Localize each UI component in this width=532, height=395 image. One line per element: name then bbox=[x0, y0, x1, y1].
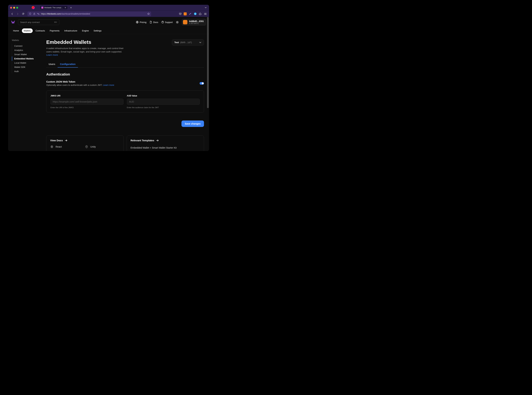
aud-value-label: AUD Value bbox=[127, 95, 200, 97]
lock-icon bbox=[33, 12, 36, 15]
url-bar[interactable]: https://thirdweb.com/dashboard/wallets/e… bbox=[28, 11, 151, 16]
account-balance: 0.383 MATIC bbox=[189, 22, 204, 24]
forward-button[interactable] bbox=[16, 12, 20, 16]
project-name: Test bbox=[174, 41, 179, 44]
toggle-thumb bbox=[202, 82, 204, 84]
view-docs-header[interactable]: View Docs bbox=[50, 139, 120, 142]
metamask-extension-icon[interactable] bbox=[184, 12, 187, 15]
tab-configuration[interactable]: Configuration bbox=[58, 61, 78, 67]
browser-window: thirdweb: The complete web3 d ✕ ＋ bbox=[8, 5, 209, 151]
svg-point-8 bbox=[51, 146, 52, 147]
browser-tabs: thirdweb: The complete web3 d ✕ ＋ bbox=[40, 5, 73, 10]
jwks-uri-help: Enter the URI of the JWKS bbox=[50, 106, 123, 109]
jwt-learn-more-link[interactable]: Learn more bbox=[103, 84, 114, 86]
svg-rect-1 bbox=[37, 13, 38, 14]
docs-unity[interactable]: Unity bbox=[85, 145, 120, 148]
extension-icon[interactable] bbox=[188, 12, 192, 16]
firefox-icon bbox=[32, 6, 35, 9]
browser-tab[interactable]: thirdweb: The complete web3 d ✕ bbox=[40, 5, 68, 10]
theme-toggle-button[interactable] bbox=[176, 21, 179, 24]
nav-wallets[interactable]: Wallets bbox=[22, 28, 33, 33]
titlebar: thirdweb: The complete web3 d ✕ ＋ bbox=[8, 5, 209, 11]
tab-favicon-icon bbox=[41, 7, 43, 9]
app-content: Search any contract ⌘K Pricing Docs Supp… bbox=[8, 17, 209, 151]
sidebar-item-smart-wallet[interactable]: Smart Wallet bbox=[12, 52, 41, 56]
url-text: https://thirdweb.com/dashboard/wallets/e… bbox=[41, 12, 90, 15]
sidebar-item-analytics[interactable]: Analytics bbox=[12, 48, 41, 52]
search-placeholder: Search any contract bbox=[20, 21, 40, 23]
bookmark-star-icon[interactable] bbox=[147, 12, 150, 15]
save-changes-button[interactable]: Save changes bbox=[181, 121, 204, 127]
jwt-row-title: Custom JSON Web Token bbox=[46, 80, 114, 83]
sidebar: Wallets Connect Analytics Smart Wallet E… bbox=[8, 34, 41, 151]
sidebar-item-wallet-sdk[interactable]: Wallet SDK bbox=[12, 65, 41, 69]
tab-list-chevron-icon[interactable] bbox=[204, 6, 207, 9]
thirdweb-logo-icon[interactable] bbox=[11, 20, 16, 24]
jwt-toggle[interactable] bbox=[200, 82, 204, 85]
jwks-uri-input[interactable] bbox=[50, 99, 123, 105]
project-id: (6bf9…1d7) bbox=[180, 41, 192, 44]
extension-badge-icon[interactable]: 0 bbox=[193, 12, 197, 16]
nav-settings[interactable]: Settings bbox=[92, 28, 103, 33]
scrollbar-thumb[interactable] bbox=[207, 17, 209, 108]
jwks-uri-label: JWKS URI bbox=[50, 95, 123, 97]
nav-infrastructure[interactable]: Infrastructure bbox=[62, 28, 79, 33]
window-controls bbox=[10, 7, 18, 9]
sidebar-item-connect[interactable]: Connect bbox=[12, 44, 41, 48]
svg-rect-0 bbox=[34, 14, 35, 15]
permissions-icon bbox=[37, 12, 40, 15]
close-window-button[interactable] bbox=[10, 7, 12, 9]
globe-icon bbox=[136, 21, 139, 23]
account-address: 0xBBdD…E551 bbox=[189, 20, 204, 22]
tab-users[interactable]: Users bbox=[46, 61, 58, 67]
section-authentication-title: Authentication bbox=[46, 72, 204, 76]
back-button[interactable] bbox=[10, 12, 14, 16]
browser-toolbar: https://thirdweb.com/dashboard/wallets/e… bbox=[8, 11, 209, 17]
jwt-row-desc: Optionally allow users to authenticate w… bbox=[46, 84, 114, 86]
docs-link[interactable]: Docs bbox=[149, 21, 158, 23]
file-icon bbox=[149, 21, 152, 23]
template-link-cat-attack[interactable]: Cat Attack [Demo Web Game] bbox=[131, 150, 200, 151]
relevant-templates-card: Relevant Templates Embedded Wallet + Sma… bbox=[127, 135, 204, 151]
jwt-config-box: JWKS URI Enter the URI of the JWKS AUD V… bbox=[46, 90, 204, 113]
arrow-right-icon bbox=[65, 139, 67, 142]
svg-point-7 bbox=[177, 22, 178, 23]
nav-home[interactable]: Home bbox=[11, 28, 21, 33]
shield-icon bbox=[29, 12, 32, 15]
svg-rect-2 bbox=[39, 14, 39, 15]
react-icon bbox=[50, 145, 54, 148]
new-tab-button[interactable]: ＋ bbox=[69, 6, 73, 10]
reload-button[interactable] bbox=[21, 12, 25, 16]
templates-header[interactable]: Relevant Templates bbox=[131, 139, 200, 142]
pocket-icon[interactable] bbox=[179, 12, 182, 16]
template-link-starter-kit[interactable]: Embedded Wallet + Smart Wallet Starter K… bbox=[131, 145, 200, 150]
nav-engine[interactable]: Engine bbox=[80, 28, 91, 33]
pricing-link[interactable]: Pricing bbox=[136, 21, 146, 23]
learn-more-link[interactable]: Learn more bbox=[46, 54, 58, 56]
sidebar-item-embedded-wallets[interactable]: Embedded Wallets bbox=[12, 56, 41, 61]
main: Embedded Wallets A wallet infrastructure… bbox=[41, 34, 209, 151]
tab-close-icon[interactable]: ✕ bbox=[64, 7, 66, 9]
nav-contracts[interactable]: Contracts bbox=[34, 28, 47, 33]
search-input[interactable]: Search any contract ⌘K bbox=[18, 19, 59, 25]
minimize-window-button[interactable] bbox=[13, 7, 15, 9]
support-link[interactable]: Support bbox=[161, 21, 173, 23]
sidebar-item-auth[interactable]: Auth bbox=[12, 69, 41, 73]
maximize-window-button[interactable] bbox=[16, 7, 18, 9]
body: Wallets Connect Analytics Smart Wallet E… bbox=[8, 34, 209, 151]
primary-nav: Home Wallets Contracts Payments Infrastr… bbox=[8, 27, 209, 34]
extensions-puzzle-icon[interactable] bbox=[199, 12, 202, 16]
sidebar-item-local-wallet[interactable]: Local Wallet bbox=[12, 61, 41, 65]
docs-react[interactable]: React bbox=[50, 145, 85, 148]
chevron-down-icon bbox=[199, 41, 202, 44]
arrow-right-icon bbox=[156, 139, 159, 142]
content-tabs: Users Configuration bbox=[46, 61, 204, 68]
aud-value-input[interactable] bbox=[127, 99, 200, 105]
nav-payments[interactable]: Payments bbox=[48, 28, 61, 33]
account-chip[interactable]: 0xBBdD…E551 0.383 MATIC bbox=[182, 19, 206, 26]
unity-icon bbox=[85, 145, 88, 148]
scrollbar[interactable] bbox=[207, 17, 209, 151]
menu-hamburger-icon[interactable] bbox=[204, 12, 207, 16]
page-description: A wallet infrastructure that enables app… bbox=[46, 47, 124, 57]
project-selector[interactable]: Test (6bf9…1d7) bbox=[172, 39, 204, 45]
